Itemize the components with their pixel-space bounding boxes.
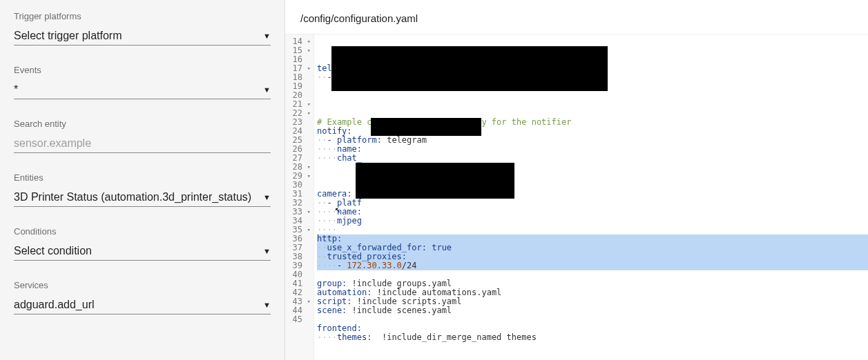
code-line[interactable]: ··- platf [317,199,868,208]
trigger-platforms-value: Select trigger platform [14,30,122,42]
code-line[interactable]: ····chat_ [317,154,868,163]
code-line[interactable]: ····mjpeg [317,217,868,226]
code-line[interactable]: ···· [317,226,868,234]
code-line[interactable] [317,342,868,351]
code-editor[interactable]: 1415161718192021222324252627282930313233… [285,34,868,360]
line-number: 45 [291,315,312,324]
chevron-down-icon: ▼ [263,86,271,94]
services-label: Services [14,280,271,290]
conditions-select[interactable]: Select condition ▼ [14,241,271,261]
events-label: Events [14,65,271,75]
editor-pane: /config/configuration.yaml 1415161718192… [284,0,868,360]
entities-label: Entities [14,172,271,183]
search-entity-input[interactable]: sensor.example [14,133,271,153]
redacted-block [331,46,608,91]
code-content[interactable]: ↖ telegram_bot:··- # Example configurati… [314,34,868,360]
conditions-value: Select condition [14,245,92,257]
trigger-platforms-label: Trigger platforms [14,11,271,21]
events-group: Events * ▼ [14,65,271,99]
code-line[interactable] [317,315,868,324]
chevron-down-icon: ▼ [263,301,271,309]
code-line[interactable]: ··- platform: telegram [317,136,868,145]
services-group: Services adguard.add_url ▼ [14,280,271,314]
chevron-down-icon: ▼ [263,32,271,40]
events-select[interactable]: * ▼ [14,79,271,99]
line-number-gutter: 1415161718192021222324252627282930313233… [285,34,314,360]
code-line[interactable]: ····name: [317,145,868,154]
events-value: * [14,83,18,96]
redacted-block [356,163,514,199]
chevron-down-icon: ▼ [263,247,271,255]
file-path: /config/configuration.yaml [285,0,868,34]
services-value: adguard.add_url [14,299,95,311]
conditions-label: Conditions [14,226,271,237]
trigger-platforms-select[interactable]: Select trigger platform ▼ [14,26,271,46]
code-line[interactable]: ····themes: !include_dir_merge_named the… [317,333,868,342]
code-line[interactable]: scene: !include scenes.yaml [317,306,868,315]
search-entity-group: Search entity sensor.example [14,119,271,153]
chevron-down-icon: ▼ [263,193,271,201]
services-select[interactable]: adguard.add_url ▼ [14,294,271,314]
dev-tools-sidebar: Trigger platforms Select trigger platfor… [0,0,284,360]
conditions-group: Conditions Select condition ▼ [14,226,271,261]
entities-value: 3D Printer Status (automation.3d_printer… [14,191,251,203]
code-line[interactable]: ····- 172.30.33.0/24 [317,261,868,270]
code-line[interactable] [317,91,868,100]
code-line[interactable] [317,100,868,109]
redacted-block [371,118,481,136]
code-line[interactable]: ····name: [317,208,868,217]
entities-select[interactable]: 3D Printer Status (automation.3d_printer… [14,187,271,207]
entities-group: Entities 3D Printer Status (automation.3… [14,172,271,207]
trigger-platforms-group: Trigger platforms Select trigger platfor… [14,11,271,46]
search-entity-label: Search entity [14,119,271,129]
search-entity-placeholder: sensor.example [14,137,91,150]
